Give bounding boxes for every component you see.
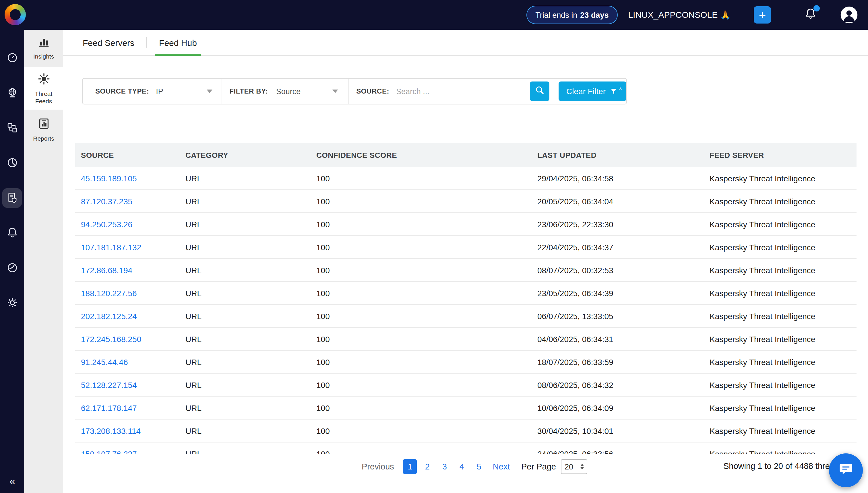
tab-bar: Feed Servers Feed Hub	[63, 30, 868, 56]
page-button-4[interactable]: 4	[455, 459, 469, 474]
sidebar-item-label: Reports	[31, 135, 56, 142]
category-cell: URL	[180, 197, 311, 206]
category-cell: URL	[180, 357, 311, 366]
page-button-3[interactable]: 3	[438, 459, 451, 474]
rail-item-dns[interactable]	[0, 75, 24, 110]
chat-widget-button[interactable]	[829, 453, 863, 487]
per-page-label: Per Page	[521, 462, 556, 471]
column-header: SOURCE	[75, 151, 180, 159]
topology-icon	[2, 118, 22, 137]
rail-item-brand[interactable]	[0, 250, 24, 285]
tab-label: Feed Servers	[83, 38, 134, 47]
category-cell: URL	[180, 426, 311, 435]
insights-bar-chart-icon	[37, 35, 50, 51]
feed-server-cell: Kaspersky Threat Intelligence	[704, 197, 856, 206]
feed-server-cell: Kaspersky Threat Intelligence	[704, 334, 856, 343]
column-header: FEED SERVER	[704, 151, 856, 159]
source-link[interactable]: 87.120.37.235	[75, 197, 180, 206]
notifications-button[interactable]	[804, 7, 817, 22]
rail-item-topology[interactable]	[0, 110, 24, 145]
chevron-down-icon	[332, 89, 338, 93]
page-button-5[interactable]: 5	[472, 459, 486, 474]
select-arrows-icon	[581, 464, 584, 470]
source-link[interactable]: 62.171.178.147	[75, 403, 180, 412]
source-link[interactable]: 172.86.68.194	[75, 265, 180, 275]
source-link[interactable]: 52.128.227.154	[75, 380, 180, 389]
last-updated-cell: 20/05/2025, 06:34:04	[532, 197, 704, 206]
add-button[interactable]: +	[754, 6, 771, 23]
top-bar-actions: Trial ends in 23 days LINUX_APPCONSOLE 🙏…	[526, 6, 868, 24]
feed-server-cell: Kaspersky Threat Intelligence	[704, 265, 856, 275]
confidence-score-cell: 100	[311, 197, 532, 206]
feed-server-cell: Kaspersky Threat Intelligence	[704, 242, 856, 252]
secondary-sidebar: Insights Threat Feeds Reports	[24, 30, 63, 493]
previous-page-button[interactable]: Previous	[362, 462, 394, 471]
search-button[interactable]	[530, 82, 549, 101]
table-row: 202.182.125.24 URL 100 06/07/2025, 13:33…	[75, 305, 856, 328]
confidence-score-cell: 100	[311, 288, 532, 298]
alerts-bell-icon	[2, 223, 22, 242]
sidebar-item-insights[interactable]: Insights	[24, 31, 63, 64]
feed-server-cell: Kaspersky Threat Intelligence	[704, 357, 856, 366]
table-row: 87.120.37.235 URL 100 20/05/2025, 06:34:…	[75, 190, 856, 213]
source-link[interactable]: 45.159.189.105	[75, 174, 180, 183]
source-label: SOURCE:	[356, 87, 389, 95]
table-row: 45.159.189.105 URL 100 29/04/2025, 06:34…	[75, 167, 856, 190]
rail-item-threat-feeds[interactable]	[0, 180, 24, 215]
table-body: 45.159.189.105 URL 100 29/04/2025, 06:34…	[75, 167, 856, 466]
source-link[interactable]: 94.250.253.26	[75, 219, 180, 229]
filter-divider	[348, 79, 349, 104]
rail-item-dashboard[interactable]	[0, 40, 24, 75]
last-updated-cell: 04/06/2025, 06:34:31	[532, 334, 704, 343]
feed-server-cell: Kaspersky Threat Intelligence	[704, 174, 856, 183]
confidence-score-cell: 100	[311, 242, 532, 252]
confidence-score-cell: 100	[311, 174, 532, 183]
source-link[interactable]: 202.182.125.24	[75, 312, 180, 321]
feed-server-cell: Kaspersky Threat Intelligence	[704, 312, 856, 321]
source-link[interactable]: 188.120.227.56	[75, 288, 180, 298]
sidebar-item-threat-feeds[interactable]: Threat Feeds	[24, 67, 63, 110]
category-cell: URL	[180, 334, 311, 343]
filter-bar: SOURCE TYPE: IP FILTER BY: Source SOURCE…	[82, 78, 627, 104]
category-cell: URL	[180, 403, 311, 412]
feed-server-cell: Kaspersky Threat Intelligence	[704, 219, 856, 229]
collapse-sidebar-button[interactable]: «	[0, 476, 24, 487]
notification-badge	[813, 5, 820, 12]
source-link[interactable]: 173.208.133.114	[75, 426, 180, 435]
source-link[interactable]: 107.181.187.132	[75, 242, 180, 252]
confidence-score-cell: 100	[311, 265, 532, 275]
rail-item-analytics[interactable]	[0, 145, 24, 180]
tab-feed-servers[interactable]: Feed Servers	[79, 30, 139, 55]
tab-feed-hub[interactable]: Feed Hub	[155, 30, 201, 55]
rail-item-settings[interactable]	[0, 285, 24, 320]
last-updated-cell: 10/06/2025, 06:34:09	[532, 403, 704, 412]
sidebar-item-reports[interactable]: Reports	[24, 113, 63, 146]
confidence-score-cell: 100	[311, 426, 532, 435]
page-button-1[interactable]: 1	[403, 459, 417, 474]
category-cell: URL	[180, 312, 311, 321]
source-search-input[interactable]	[395, 86, 524, 96]
source-type-select[interactable]: IP	[156, 87, 212, 95]
user-avatar[interactable]	[840, 6, 858, 24]
clear-filter-label: Clear Filter	[566, 87, 606, 96]
page-button-2[interactable]: 2	[421, 459, 434, 474]
clear-filter-button[interactable]: Clear Filter x	[558, 82, 626, 101]
category-cell: URL	[180, 380, 311, 389]
feed-server-cell: Kaspersky Threat Intelligence	[704, 380, 856, 389]
trial-days: 23 days	[580, 10, 609, 19]
trial-banner[interactable]: Trial ends in 23 days	[526, 6, 618, 24]
confidence-score-cell: 100	[311, 334, 532, 343]
source-link[interactable]: 172.245.168.250	[75, 334, 180, 343]
filter-by-select[interactable]: Source	[276, 87, 338, 95]
rail-item-alerts[interactable]	[0, 215, 24, 250]
column-header: LAST UPDATED	[532, 151, 704, 159]
next-page-button[interactable]: Next	[493, 462, 510, 471]
source-link[interactable]: 91.245.44.46	[75, 357, 180, 366]
last-updated-cell: 23/06/2025, 22:33:30	[532, 219, 704, 229]
category-cell: URL	[180, 265, 311, 275]
pagination-bar: Previous 12345 Next Per Page 20 Showing …	[63, 454, 868, 493]
reports-document-icon	[37, 117, 50, 133]
per-page-select[interactable]: 20	[561, 459, 588, 474]
table-row: 172.86.68.194 URL 100 08/07/2025, 00:32:…	[75, 259, 856, 282]
feed-table: SOURCECATEGORYCONFIDENCE SCORELAST UPDAT…	[75, 143, 856, 466]
